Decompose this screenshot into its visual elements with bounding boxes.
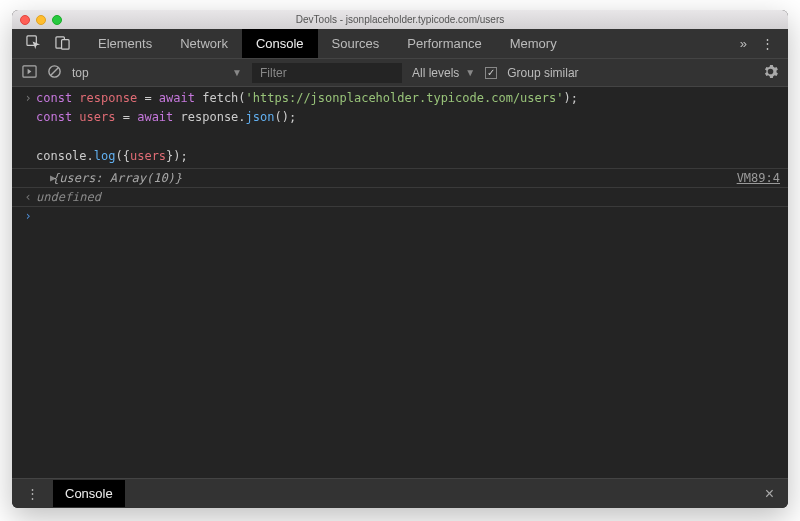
tab-sources[interactable]: Sources: [318, 29, 394, 58]
drawer-menu-icon[interactable]: ⋮: [12, 486, 53, 501]
device-toolbar-icon[interactable]: [55, 35, 70, 53]
code-line: const response = await fetch('https://js…: [36, 89, 780, 166]
console-prompt[interactable]: ›: [12, 207, 788, 225]
drawer: ⋮ Console ×: [12, 478, 788, 508]
svg-rect-2: [62, 39, 70, 48]
svg-line-5: [51, 67, 59, 75]
expand-triangle-icon[interactable]: ▶: [36, 172, 52, 183]
object-preview[interactable]: {users: Array(10)}: [52, 171, 737, 185]
log-levels-label: All levels: [412, 66, 459, 80]
console-toolbar: top ▼ All levels ▼ ✓ Group similar: [12, 59, 788, 87]
tab-console[interactable]: Console: [242, 29, 318, 58]
source-link[interactable]: VM89:4: [737, 171, 780, 185]
console-body[interactable]: › const response = await fetch('https://…: [12, 87, 788, 478]
console-input-row: › const response = await fetch('https://…: [12, 87, 788, 168]
context-selector[interactable]: top ▼: [72, 66, 242, 80]
tab-memory[interactable]: Memory: [496, 29, 571, 58]
window-title: DevTools - jsonplaceholder.typicode.com/…: [12, 14, 788, 25]
titlebar: DevTools - jsonplaceholder.typicode.com/…: [12, 10, 788, 29]
input-prompt-icon: ›: [20, 209, 36, 223]
filter-input[interactable]: [252, 63, 402, 83]
return-arrow-icon: ‹: [20, 190, 36, 204]
devtools-menu-icon[interactable]: ⋮: [761, 36, 774, 51]
chevron-down-icon: ▼: [232, 67, 242, 78]
inspect-element-icon[interactable]: [26, 35, 41, 53]
drawer-close-icon[interactable]: ×: [751, 485, 788, 503]
console-log-output[interactable]: ▶ {users: Array(10)} VM89:4: [12, 168, 788, 188]
clear-console-icon[interactable]: [47, 64, 62, 82]
console-input[interactable]: [36, 209, 780, 223]
tab-elements[interactable]: Elements: [84, 29, 166, 58]
drawer-tab-console[interactable]: Console: [53, 480, 125, 507]
return-value: undefined: [36, 190, 780, 204]
group-similar-checkbox[interactable]: ✓: [485, 67, 497, 79]
console-settings-icon[interactable]: [763, 64, 778, 82]
tab-network[interactable]: Network: [166, 29, 242, 58]
log-levels-selector[interactable]: All levels ▼: [412, 66, 475, 80]
return-value-row: ‹ undefined: [12, 188, 788, 207]
group-similar-label: Group similar: [507, 66, 578, 80]
input-prompt-icon: ›: [20, 89, 36, 166]
devtools-tabbar: Elements Network Console Sources Perform…: [12, 29, 788, 59]
console-sidebar-toggle-icon[interactable]: [22, 64, 37, 82]
tabs-overflow-button[interactable]: »: [740, 36, 747, 51]
chevron-down-icon: ▼: [465, 67, 475, 78]
tab-performance[interactable]: Performance: [393, 29, 495, 58]
context-selector-label: top: [72, 66, 226, 80]
